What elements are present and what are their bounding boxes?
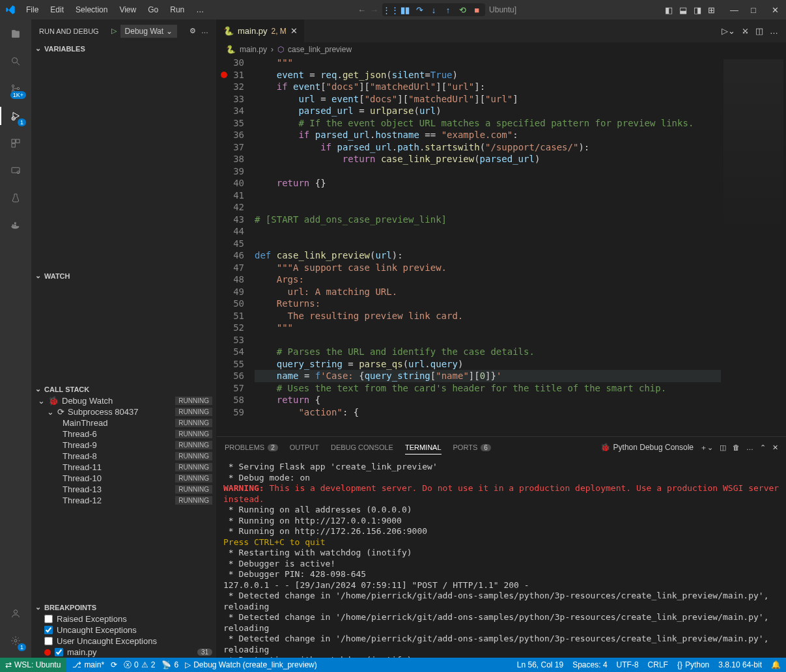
status-spaces[interactable]: Spaces: 4 bbox=[572, 660, 607, 669]
checkbox[interactable] bbox=[44, 615, 53, 623]
activity-testing[interactable] bbox=[7, 189, 25, 207]
gutter[interactable]: 3031323334353637383940414243444546474849… bbox=[217, 57, 255, 436]
step-into-icon[interactable]: ↓ bbox=[429, 5, 438, 14]
code-area[interactable]: """ event = req.get_json(silent=True) if… bbox=[255, 57, 721, 436]
status-branch[interactable]: ⎇main* bbox=[72, 660, 104, 669]
gear-icon[interactable]: ⚙ bbox=[189, 27, 196, 35]
terminal-title[interactable]: 🐞Python Debug Console bbox=[600, 443, 694, 452]
activity-settings[interactable]: 1 bbox=[7, 632, 25, 650]
status-badge: RUNNING bbox=[175, 463, 212, 471]
debug-config-dropdown[interactable]: Debug Wat⌄ bbox=[120, 25, 178, 38]
activity-search[interactable] bbox=[7, 52, 25, 70]
menu-edit[interactable]: Edit bbox=[45, 3, 69, 17]
run-play-icon[interactable]: ▷⌄ bbox=[722, 26, 735, 36]
close-panel-icon[interactable]: ✕ bbox=[772, 443, 778, 452]
variables-header[interactable]: ⌄VARIABLES bbox=[31, 42, 216, 55]
breadcrumb-file[interactable]: main.py bbox=[240, 45, 267, 54]
activity-source-control[interactable]: 1K+ bbox=[7, 79, 25, 98]
watch-header[interactable]: ⌄WATCH bbox=[31, 270, 216, 282]
layout-bottom-icon[interactable]: ⬓ bbox=[679, 5, 688, 14]
breakpoints-header[interactable]: ⌄BREAKPOINTS bbox=[31, 601, 216, 613]
drag-handle-icon[interactable]: ⋮⋮ bbox=[386, 5, 395, 14]
close-icon[interactable]: ✕ bbox=[290, 26, 298, 36]
status-position[interactable]: Ln 56, Col 19 bbox=[517, 660, 563, 669]
more-icon[interactable]: … bbox=[201, 27, 208, 35]
breakpoint-item[interactable]: Uncaught Exceptions bbox=[31, 624, 216, 636]
panel-tab-problems[interactable]: PROBLEMS2 bbox=[225, 441, 278, 454]
step-out-icon[interactable]: ↑ bbox=[443, 5, 453, 14]
minimize-icon[interactable]: ― bbox=[730, 5, 739, 14]
panel-tab-terminal[interactable]: TERMINAL bbox=[405, 441, 442, 455]
layout-left-icon[interactable]: ◧ bbox=[665, 5, 674, 14]
callstack-item[interactable]: Thread-8RUNNING bbox=[31, 451, 216, 462]
menu-more[interactable]: … bbox=[191, 3, 209, 17]
nav-forward-icon[interactable]: → bbox=[370, 5, 378, 15]
breadcrumb-symbol[interactable]: case_link_preview bbox=[288, 45, 352, 54]
close-icon[interactable]: ✕ bbox=[772, 5, 781, 14]
activity-extensions[interactable] bbox=[7, 134, 25, 152]
maximize-icon[interactable]: □ bbox=[751, 5, 760, 14]
callstack-item[interactable]: Thread-6RUNNING bbox=[31, 428, 216, 440]
menu-file[interactable]: File bbox=[21, 3, 44, 17]
callstack-header[interactable]: ⌄CALL STACK bbox=[31, 383, 216, 395]
step-over-icon[interactable]: ↷ bbox=[415, 5, 424, 14]
restart-icon[interactable]: ⟲ bbox=[458, 5, 467, 14]
callstack-item[interactable]: Thread-12RUNNING bbox=[31, 495, 216, 506]
terminal[interactable]: * Serving Flask app 'create_link_preview… bbox=[217, 458, 786, 658]
nav-back-icon[interactable]: ← bbox=[358, 5, 366, 15]
menu-view[interactable]: View bbox=[114, 3, 141, 17]
menu-go[interactable]: Go bbox=[143, 3, 163, 17]
checkbox[interactable] bbox=[55, 648, 63, 656]
breadcrumb[interactable]: 🐍 main.py › ⬡ case_link_preview bbox=[217, 42, 786, 57]
status-sync[interactable]: ⟳ bbox=[111, 660, 117, 669]
split-editor-icon[interactable]: ◫ bbox=[755, 26, 763, 36]
split-terminal-icon[interactable]: ◫ bbox=[720, 443, 726, 452]
status-interpreter[interactable]: 3.8.10 64-bit bbox=[718, 660, 762, 669]
status-ports[interactable]: 📡6 bbox=[161, 660, 178, 669]
kill-terminal-icon[interactable]: 🗑 bbox=[733, 443, 740, 451]
pause-icon[interactable]: ▮▮ bbox=[400, 5, 410, 14]
panel-tab-output[interactable]: OUTPUT bbox=[290, 441, 319, 454]
new-terminal-icon[interactable]: ＋⌄ bbox=[700, 443, 713, 453]
status-encoding[interactable]: UTF-8 bbox=[617, 660, 639, 669]
checkbox[interactable] bbox=[44, 637, 53, 645]
callstack-item[interactable]: ⌄⟳Subprocess 80437RUNNING bbox=[31, 406, 216, 417]
menu-run[interactable]: Run bbox=[165, 3, 189, 17]
callstack-item[interactable]: Thread-10RUNNING bbox=[31, 473, 216, 484]
status-remote[interactable]: ⇄WSL: Ubuntu bbox=[0, 658, 66, 672]
status-debug-target[interactable]: ▷Debug Watch (create_link_preview) bbox=[185, 660, 317, 669]
status-problems[interactable]: ⓧ0 ⚠2 bbox=[124, 660, 155, 671]
callstack-item[interactable]: Thread-9RUNNING bbox=[31, 440, 216, 451]
stop-icon[interactable]: ■ bbox=[472, 5, 481, 14]
activity-remote[interactable] bbox=[7, 161, 25, 180]
editor[interactable]: 3031323334353637383940414243444546474849… bbox=[217, 57, 786, 436]
panel-tab-debug-console[interactable]: DEBUG CONSOLE bbox=[331, 441, 393, 454]
activity-docker[interactable] bbox=[7, 216, 25, 234]
breakpoint-file[interactable]: main.py31 bbox=[31, 647, 216, 658]
more-icon[interactable]: … bbox=[770, 26, 778, 36]
minimap[interactable] bbox=[721, 57, 786, 436]
activity-explorer[interactable] bbox=[7, 25, 25, 43]
activity-accounts[interactable] bbox=[7, 604, 25, 623]
python-icon: 🐍 bbox=[223, 26, 234, 36]
status-language[interactable]: {}Python bbox=[677, 660, 709, 669]
menu-selection[interactable]: Selection bbox=[70, 3, 113, 17]
checkbox[interactable] bbox=[44, 626, 53, 634]
callstack-item[interactable]: Thread-11RUNNING bbox=[31, 462, 216, 473]
callstack-item[interactable]: Thread-13RUNNING bbox=[31, 484, 216, 495]
start-debug-icon[interactable]: ▷ bbox=[111, 27, 117, 35]
layout-customize-icon[interactable]: ⊞ bbox=[708, 5, 717, 14]
status-eol[interactable]: CRLF bbox=[648, 660, 668, 669]
status-notifications[interactable]: 🔔 bbox=[771, 660, 781, 669]
layout-right-icon[interactable]: ◨ bbox=[694, 5, 703, 14]
compare-icon[interactable]: ⤩ bbox=[742, 26, 749, 36]
activity-debug[interactable]: 1 bbox=[7, 107, 25, 125]
callstack-item[interactable]: MainThreadRUNNING bbox=[31, 417, 216, 428]
breakpoint-item[interactable]: User Uncaught Exceptions bbox=[31, 636, 216, 647]
tab-main-py[interactable]: 🐍 main.py 2, M ✕ bbox=[217, 20, 305, 42]
more-icon[interactable]: … bbox=[746, 443, 753, 451]
callstack-item[interactable]: ⌄🐞Debug WatchRUNNING bbox=[31, 395, 216, 406]
breakpoint-item[interactable]: Raised Exceptions bbox=[31, 613, 216, 624]
panel-tab-ports[interactable]: PORTS6 bbox=[453, 441, 491, 454]
chevron-up-icon[interactable]: ⌃ bbox=[760, 443, 766, 452]
